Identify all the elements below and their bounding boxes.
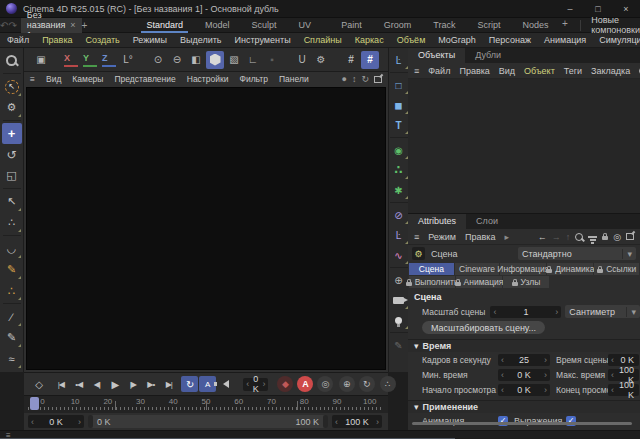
tab-layers[interactable]: Слои: [466, 214, 508, 229]
current-frame-field[interactable]: ‹0 K›: [243, 378, 268, 391]
autokey-button[interactable]: A: [297, 376, 313, 392]
menu-file[interactable]: Файл: [7, 35, 29, 45]
usage-group-header[interactable]: ▾ Применение: [408, 400, 640, 413]
om-menu-bookmark[interactable]: Закладка: [591, 66, 630, 76]
attr-menu-edit[interactable]: Правка: [465, 232, 495, 242]
record-keyframe-button[interactable]: ◆: [277, 376, 293, 392]
z-axis-lock-icon[interactable]: Z: [100, 51, 118, 69]
y-axis-lock-icon[interactable]: Y: [81, 51, 99, 69]
time-group-header[interactable]: ▾ Время: [408, 339, 640, 352]
pan-view-icon[interactable]: ●: [342, 74, 347, 84]
close-tab-icon[interactable]: ×: [70, 20, 75, 30]
subdivision-surface-icon[interactable]: ◉: [389, 140, 409, 160]
soft-move-tool-icon[interactable]: ∴: [2, 212, 22, 233]
om-menu-icon[interactable]: ≡: [414, 66, 419, 76]
menu-character[interactable]: Персонаж: [489, 35, 531, 45]
menu-select[interactable]: Выделить: [180, 35, 222, 45]
attr-menu-icon[interactable]: ≡: [414, 232, 419, 242]
minimize-button[interactable]: –: [556, 0, 584, 18]
menu-create[interactable]: Создать: [86, 35, 120, 45]
attr-filter-icon[interactable]: [588, 236, 597, 238]
attr-up-icon[interactable]: ↑: [566, 232, 571, 242]
primitive-spheres-tool-icon[interactable]: ∴: [2, 280, 22, 301]
points-mode-icon[interactable]: ⊙: [149, 51, 167, 69]
tweak-tool-icon[interactable]: ⚙: [2, 97, 22, 118]
layout-tab-paint[interactable]: Paint: [330, 18, 373, 33]
layout-tab-standard[interactable]: Standard: [135, 18, 194, 33]
viewport-canvas[interactable]: [26, 87, 386, 370]
attr-forward-icon[interactable]: →: [552, 232, 561, 242]
horizontal-scrollbar[interactable]: [412, 422, 632, 425]
tab-takes[interactable]: Дубли: [465, 48, 511, 63]
preset-dropdown[interactable]: Стандартно ▾: [518, 247, 636, 260]
snap-settings-icon[interactable]: ⚙: [312, 51, 330, 69]
tab-objects[interactable]: Объекты: [408, 48, 465, 63]
preview-range-slider[interactable]: 0 K 100 K: [88, 415, 328, 428]
menu-tools[interactable]: Инструменты: [235, 35, 291, 45]
spline-rectangle-icon[interactable]: □: [389, 75, 409, 95]
x-axis-lock-icon[interactable]: X: [62, 51, 80, 69]
layout-tab-groom[interactable]: Groom: [373, 18, 423, 33]
layout-tab-track[interactable]: Track: [422, 18, 466, 33]
material-pen-icon[interactable]: ✎: [389, 335, 409, 355]
attr-tab-dynamics[interactable]: Динамика: [547, 263, 593, 275]
coordinate-system-icon[interactable]: L°: [119, 51, 137, 69]
null-object-icon[interactable]: Ŀ: [389, 50, 409, 70]
menu-animate[interactable]: Анимация: [544, 35, 586, 45]
attr-tab-nodes[interactable]: Узлы: [503, 276, 549, 288]
deformer-bend-icon[interactable]: ∿: [389, 245, 409, 265]
attr-tab-execute[interactable]: Выполнить: [409, 276, 455, 288]
undo-icon[interactable]: ↶: [0, 20, 8, 31]
menu-edit[interactable]: Правка: [42, 35, 72, 45]
spline-pen-tool-icon[interactable]: ✎: [2, 259, 22, 280]
scale-tool-icon[interactable]: ◱: [2, 165, 22, 186]
move-tool-icon[interactable]: +: [2, 123, 22, 144]
attr-menu-more-icon[interactable]: ▸: [504, 232, 509, 242]
motext-icon[interactable]: T: [389, 115, 409, 135]
document-tab[interactable]: Без названия 1 ×: [21, 18, 82, 33]
quantize-icon[interactable]: #: [361, 51, 379, 69]
spline-mask-icon[interactable]: ⊘: [389, 205, 409, 225]
spline-arc-tool-icon[interactable]: ◡: [2, 238, 22, 259]
attr-popout-icon[interactable]: [626, 233, 634, 240]
texture-mode-icon[interactable]: ▧: [225, 51, 243, 69]
attr-target-icon[interactable]: ◎: [613, 232, 621, 242]
add-layout-button[interactable]: +: [559, 18, 570, 33]
vp-menu-panels[interactable]: Панели: [279, 74, 309, 84]
toggle-view-icon[interactable]: [374, 76, 382, 83]
dolly-view-icon[interactable]: ↕: [352, 74, 357, 84]
rotate-tool-icon[interactable]: ↺: [2, 144, 22, 165]
zoom-tool-icon[interactable]: [2, 50, 22, 71]
previous-frame-icon[interactable]: ◀|: [88, 376, 105, 392]
attr-tab-scene[interactable]: Сцена: [409, 263, 454, 275]
live-selection-tool-icon[interactable]: ↖: [2, 76, 22, 97]
unit-dropdown[interactable]: Сантиметр ▾: [565, 305, 640, 318]
range-start-field[interactable]: ‹0 K›: [28, 415, 84, 428]
range-left-handle[interactable]: [88, 415, 93, 428]
viewport-menu-icon[interactable]: ≡: [30, 74, 35, 84]
layout-tab-model[interactable]: Model: [194, 18, 241, 33]
record-position-button[interactable]: ⊕: [339, 376, 355, 392]
menu-splines[interactable]: Сплайны: [304, 35, 342, 45]
loop-playback-icon[interactable]: ↻: [181, 376, 198, 392]
preview-end-field[interactable]: ‹100 K: [608, 384, 639, 396]
om-menu-view[interactable]: Вид: [499, 66, 515, 76]
fps-field[interactable]: ‹25›: [498, 354, 550, 366]
attr-tab-references[interactable]: Ссылки: [594, 263, 639, 275]
range-right-handle[interactable]: [323, 415, 328, 428]
sketch-tool-icon[interactable]: ≈: [2, 348, 22, 369]
menu-mograph[interactable]: MoGraph: [438, 35, 476, 45]
timeline-ruler[interactable]: 0 10 20 30 40 50 60 70 80 90 100: [24, 395, 388, 413]
attr-tab-cineware[interactable]: Cineware: [455, 263, 500, 275]
workplane-mode-icon[interactable]: U: [293, 51, 311, 69]
snap-grid-icon[interactable]: #: [342, 51, 360, 69]
vp-menu-cameras[interactable]: Камеры: [72, 74, 103, 84]
line-tool-icon[interactable]: ∕: [2, 306, 22, 327]
polygons-mode-icon[interactable]: ◧: [187, 51, 205, 69]
vp-menu-view[interactable]: Вид: [46, 74, 61, 84]
layout-tab-nodes[interactable]: Nodes: [511, 18, 559, 33]
playhead[interactable]: [30, 397, 39, 410]
rotate-view-icon[interactable]: ↻: [361, 74, 369, 84]
array-generator-icon[interactable]: ∴: [389, 160, 409, 180]
redo-icon[interactable]: ↷: [8, 20, 16, 31]
